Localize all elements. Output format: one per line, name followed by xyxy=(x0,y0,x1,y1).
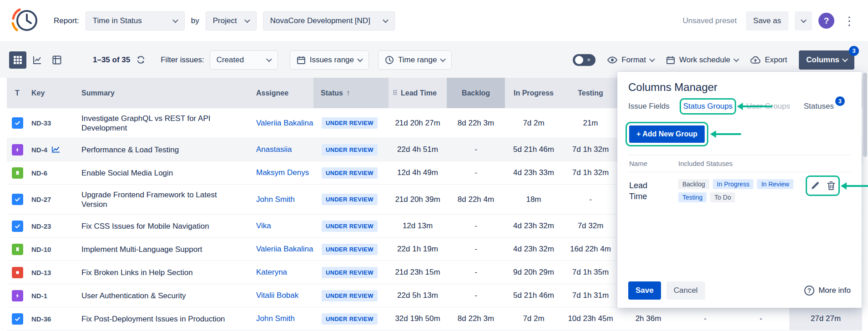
status-chip: In Progress xyxy=(713,179,754,189)
task-icon xyxy=(12,194,23,205)
issue-row-ND-36[interactable]: ND-36Fix Post-Deployment Issues in Produ… xyxy=(7,307,863,331)
in-progress-cell: 7d 2m xyxy=(505,314,562,323)
more-menu-button[interactable]: ⋮ xyxy=(841,15,858,27)
assignee-link[interactable]: Vika xyxy=(252,221,313,231)
chevron-down-icon xyxy=(244,17,250,23)
issue-key[interactable]: ND-33 xyxy=(28,119,78,127)
work-schedule-button[interactable]: Work schedule xyxy=(666,55,738,65)
work-schedule-label: Work schedule xyxy=(679,55,730,65)
column-header-assignee[interactable]: Assignee xyxy=(252,89,313,97)
pencil-icon xyxy=(810,181,820,191)
view-switcher xyxy=(9,51,66,69)
issue-key[interactable]: ND-4 xyxy=(28,146,78,154)
refresh-button[interactable] xyxy=(136,55,145,64)
column-header-key[interactable]: Key xyxy=(28,89,78,97)
column-header-lead-time[interactable]: Lead Time xyxy=(389,89,447,97)
issue-summary[interactable]: Fix Post-Deployment Issues in Production xyxy=(78,314,252,324)
issue-key[interactable]: ND-10 xyxy=(28,246,78,253)
issue-key[interactable]: ND-36 xyxy=(28,315,78,323)
grid-view-button[interactable] xyxy=(9,51,26,69)
cancel-button[interactable]: Cancel xyxy=(666,281,705,300)
assignee-link[interactable]: Anastasiia xyxy=(252,145,313,154)
time-cell: 27d 27m xyxy=(789,307,862,330)
column-header-summary[interactable]: Summary xyxy=(78,89,252,97)
tab-statuses[interactable]: Statuses3 xyxy=(804,102,845,111)
issue-summary[interactable]: Investigate GraphQL vs REST for API Deve… xyxy=(78,114,252,133)
issue-summary[interactable]: Fix Broken Links in Help Section xyxy=(78,268,252,277)
save-as-button[interactable]: Save as xyxy=(746,11,788,30)
time-range-button[interactable]: Time range xyxy=(378,50,452,70)
filter-field-select[interactable]: Created xyxy=(210,50,278,70)
issue-summary[interactable]: User Authentication & Security xyxy=(78,291,252,301)
eye-icon xyxy=(607,56,617,64)
chevron-down-icon xyxy=(357,56,363,62)
columns-button[interactable]: Columns 3 xyxy=(799,50,854,70)
issue-summary[interactable]: Fix CSS Issues for Mobile Navigation xyxy=(78,221,252,231)
assignee-link[interactable]: Maksym Denys xyxy=(252,168,313,177)
in-progress-cell: 4d 23h 33m xyxy=(505,168,562,177)
issues-range-button[interactable]: Issues range xyxy=(290,50,369,70)
help-button[interactable]: ? xyxy=(818,13,834,29)
included-statuses-column-header: Included Statuses xyxy=(678,160,732,167)
format-button[interactable]: Format xyxy=(607,55,654,65)
assignee-link[interactable]: Kateryna xyxy=(252,268,313,277)
edit-group-button[interactable] xyxy=(810,181,820,191)
column-header-testing[interactable]: Testing xyxy=(562,89,619,97)
issue-summary[interactable]: Upgrade Frontend Framework to Latest Ver… xyxy=(78,190,252,209)
backlog-cell: - xyxy=(447,221,505,231)
report-type-value: Time in Status xyxy=(93,16,142,25)
add-new-group-button[interactable]: + Add New Group xyxy=(629,125,705,143)
issue-summary[interactable]: Enable Social Media Login xyxy=(78,168,252,178)
report-type-select[interactable]: Time in Status xyxy=(86,11,185,30)
epic-icon xyxy=(12,290,23,301)
column-header-type[interactable]: T xyxy=(7,89,28,97)
page-scrollbar[interactable] xyxy=(863,73,867,327)
status-cell: UNDER REVIEW xyxy=(313,244,389,255)
issue-key[interactable]: ND-6 xyxy=(28,169,78,177)
view-toggle[interactable]: × xyxy=(573,54,595,66)
project-select[interactable]: NovaCore Development [ND] xyxy=(263,11,395,30)
issue-key[interactable]: ND-1 xyxy=(28,292,78,300)
assignee-link[interactable]: John Smith xyxy=(252,314,313,323)
testing-cell: 7d 1h 32m xyxy=(562,145,619,154)
issue-summary[interactable]: Performance & Load Testing xyxy=(78,145,252,155)
column-header-backlog[interactable]: Backlog xyxy=(447,78,505,108)
group-by-select[interactable]: Project xyxy=(206,11,257,30)
save-as-dropdown-button[interactable] xyxy=(795,11,812,30)
in-progress-cell: 5d 21h 46m xyxy=(505,145,562,154)
trend-chart-icon[interactable] xyxy=(51,146,60,153)
save-button[interactable]: Save xyxy=(628,281,661,300)
tab-issue-fields[interactable]: Issue Fields xyxy=(628,102,670,111)
export-button[interactable]: Export xyxy=(750,55,787,65)
groups-list-header: Name Included Statuses xyxy=(628,155,851,172)
testing-cell: 16d 22h 4m xyxy=(562,245,619,254)
in-progress-cell: 18m xyxy=(505,195,562,204)
assignee-link[interactable]: Valeriia Bakalina xyxy=(252,245,313,254)
status-cell: UNDER REVIEW xyxy=(313,194,389,205)
lead-time-cell: 22d 4h 51m xyxy=(389,145,447,154)
chart-view-button[interactable] xyxy=(29,51,46,69)
drag-handle-icon[interactable] xyxy=(392,89,398,97)
assignee-link[interactable]: Vitalii Bobak xyxy=(252,291,313,300)
project-value: NovaCore Development [ND] xyxy=(270,16,370,25)
report-label: Report: xyxy=(54,16,79,25)
tab-status-groups[interactable]: Status Groups xyxy=(683,102,733,111)
delete-group-button[interactable] xyxy=(827,181,835,191)
more-info-link[interactable]: ? More info xyxy=(804,286,851,296)
issue-key[interactable]: ND-13 xyxy=(28,269,78,276)
column-header-status[interactable]: Status ↑ xyxy=(313,78,389,108)
assignee-link[interactable]: John Smith xyxy=(252,195,313,204)
lead-time-cell: 12d 4h 49m xyxy=(389,168,447,177)
issue-key[interactable]: ND-23 xyxy=(28,222,78,230)
bug-icon xyxy=(12,267,23,278)
panel-title: Columns Manager xyxy=(628,81,851,94)
status-badge: UNDER REVIEW xyxy=(322,221,378,232)
issue-key[interactable]: ND-27 xyxy=(28,196,78,203)
issue-summary[interactable]: Implement Multi-Language Support xyxy=(78,245,252,254)
scrollbar-thumb[interactable] xyxy=(863,73,867,157)
status-chip: In Review xyxy=(757,179,793,189)
assignee-link[interactable]: Valeriia Bakalina xyxy=(252,119,313,128)
pivot-view-button[interactable] xyxy=(48,51,66,69)
column-header-in-progress[interactable]: In Progress xyxy=(505,89,562,97)
chevron-down-icon xyxy=(266,56,272,62)
